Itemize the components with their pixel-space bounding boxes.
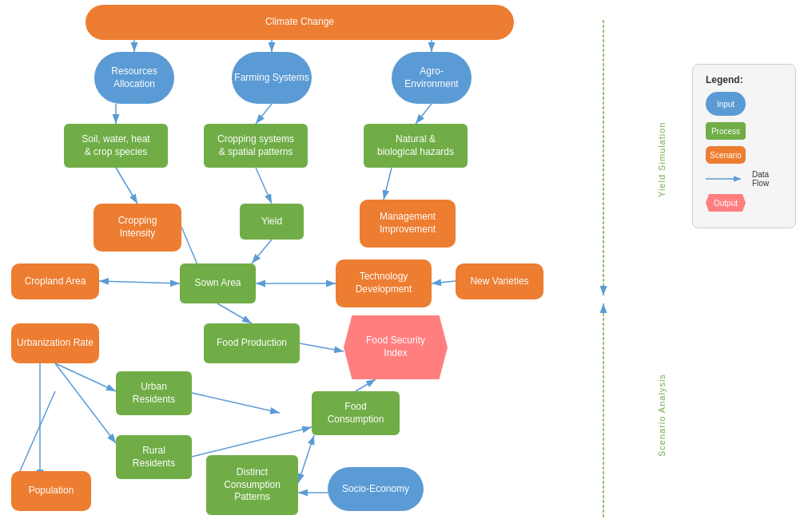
natural-hazards-label: Natural & biological hazards — [377, 133, 454, 158]
rural-residents-label: Rural Residents — [133, 445, 175, 470]
legend-scenario-shape: Scenario — [706, 146, 746, 164]
svg-line-21 — [55, 363, 116, 443]
new-varieties-label: New Varieties — [470, 275, 528, 288]
socio-economy-node: Socio-Economy — [328, 467, 424, 511]
legend-scenario-label: Scenario — [710, 151, 741, 160]
food-consumption-label: Food Consumption — [328, 401, 384, 426]
distinct-consumption-node: Distinct Consumption Patterns — [206, 455, 298, 515]
natural-hazards-node: Natural & biological hazards — [364, 124, 468, 168]
cropland-area-label: Cropland Area — [25, 275, 86, 288]
food-security-index-label: Food Security Index — [366, 335, 425, 359]
svg-line-10 — [116, 168, 137, 204]
management-improvement-label: Management Improvement — [380, 211, 436, 236]
legend-output-item: Output — [706, 194, 782, 212]
distinct-consumption-label: Distinct Consumption Patterns — [224, 466, 281, 504]
soil-water-label: Soil, water, heat & crop species — [82, 133, 149, 158]
legend-input-label: Input — [717, 100, 734, 109]
svg-line-17 — [432, 281, 456, 283]
cropping-systems-label: Cropping systems & spatial patterns — [217, 133, 294, 158]
technology-development-label: Technology Development — [356, 271, 412, 295]
scenario-analysis-label: Scenario Analysis — [657, 311, 667, 519]
svg-line-12 — [384, 168, 392, 200]
svg-line-18 — [217, 303, 252, 323]
legend-output-shape: Output — [706, 194, 746, 212]
yield-simulation-label: Yield Simulation — [657, 24, 667, 295]
new-varieties-node: New Varieties — [456, 264, 543, 299]
svg-line-24 — [192, 393, 280, 413]
svg-line-25 — [192, 427, 312, 457]
svg-line-19 — [300, 343, 344, 351]
agro-environment-label: Agro- Environment — [404, 65, 458, 90]
diagram-container: Climate Change Resources Allocation Farm… — [0, 0, 812, 531]
soil-water-node: Soil, water, heat & crop species — [64, 124, 168, 168]
svg-line-8 — [256, 104, 272, 124]
cropping-intensity-label: Cropping Intensity — [118, 215, 157, 240]
management-improvement-node: Management Improvement — [360, 200, 456, 248]
legend-output-label: Output — [714, 199, 738, 208]
cropping-systems-node: Cropping systems & spatial patterns — [204, 124, 308, 168]
food-production-label: Food Production — [217, 337, 287, 350]
population-node: Population — [11, 471, 91, 511]
agro-environment-node: Agro- Environment — [392, 52, 472, 104]
food-production-node: Food Production — [204, 323, 300, 363]
yield-node: Yield — [240, 204, 304, 240]
legend-process-item: Process — [706, 122, 782, 140]
farming-systems-label: Farming Systems — [234, 72, 308, 85]
svg-line-26 — [356, 379, 376, 391]
urban-residents-node: Urban Residents — [116, 371, 192, 415]
yield-label: Yield — [261, 216, 282, 228]
svg-line-9 — [416, 104, 432, 124]
svg-line-15 — [252, 240, 272, 264]
legend-process-shape: Process — [706, 122, 746, 140]
climate-change-label: Climate Change — [265, 16, 334, 29]
legend-flow-label: Data Flow — [752, 170, 769, 188]
legend-process-label: Process — [711, 127, 740, 136]
svg-line-20 — [55, 363, 116, 391]
socio-economy-label: Socio-Economy — [342, 483, 409, 496]
rural-residents-node: Rural Residents — [116, 435, 192, 479]
urban-residents-label: Urban Residents — [133, 381, 175, 406]
sown-area-label: Sown Area — [194, 277, 241, 290]
legend-flow-item: Data Flow — [706, 170, 782, 188]
farming-systems-node: Farming Systems — [232, 52, 312, 104]
legend-title: Legend: — [706, 74, 782, 85]
urbanization-rate-node: Urbanization Rate — [11, 323, 99, 363]
cropland-area-node: Cropland Area — [11, 264, 99, 299]
legend-scenario-item: Scenario — [706, 146, 782, 164]
technology-development-node: Technology Development — [336, 260, 432, 307]
food-security-index-node: Food Security Index — [344, 315, 448, 379]
svg-line-27 — [298, 435, 314, 483]
urbanization-rate-label: Urbanization Rate — [17, 337, 94, 350]
legend-input-shape: Input — [706, 92, 746, 116]
resources-allocation-label: Resources Allocation — [111, 65, 157, 90]
legend-box: Legend: Input Process Scenario — [692, 64, 796, 228]
sown-area-node: Sown Area — [180, 264, 256, 303]
resources-allocation-node: Resources Allocation — [94, 52, 174, 104]
cropping-intensity-node: Cropping Intensity — [94, 204, 181, 252]
population-label: Population — [29, 485, 74, 497]
legend-input-item: Input — [706, 92, 782, 116]
legend-flow-arrow — [706, 173, 746, 184]
climate-change-node: Climate Change — [86, 5, 514, 40]
svg-line-14 — [99, 281, 180, 283]
svg-line-11 — [256, 168, 272, 204]
food-consumption-node: Food Consumption — [312, 391, 400, 435]
